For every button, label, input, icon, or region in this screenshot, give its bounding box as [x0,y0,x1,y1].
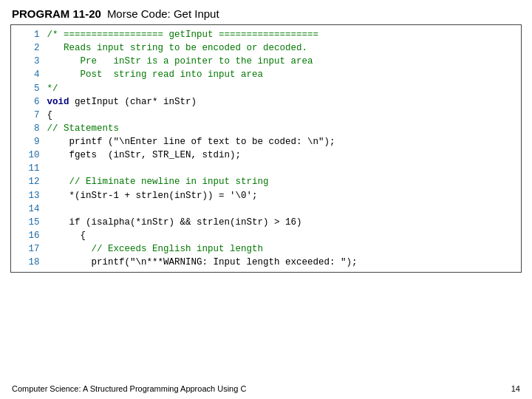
line-code: printf("\n***WARNING: Input length excee… [47,256,521,269]
table-row: 6void getInput (char* inStr) [11,95,521,109]
table-row: 11 [11,162,521,175]
line-code: Pre inStr is a pointer to the input area [47,55,521,68]
line-number: 15 [11,216,47,229]
line-number: 18 [11,256,47,269]
line-code: if (isalpha(*inStr) && strlen(inStr) > 1… [47,216,521,229]
line-number: 9 [11,135,47,149]
line-number: 1 [11,28,47,41]
table-row: 17 // Exceeds English input length [11,242,521,256]
line-code: // Eliminate newline in input string [47,175,521,188]
line-code: /* ================== getInput =========… [47,28,521,41]
table-row: 14 [11,202,521,216]
line-number: 6 [11,95,47,109]
code-table: 1/* ================== getInput ========… [11,28,521,269]
table-row: 4 Post string read into input area [11,68,521,81]
line-code: *(inStr-1 + strlen(inStr)) = '\0'; [47,189,521,202]
table-row: 9 printf ("\nEnter line of text to be co… [11,135,521,149]
line-code: printf ("\nEnter line of text to be code… [47,135,521,149]
footer-right: 14 [511,384,520,393]
table-row: 2 Reads input string to be encoded or de… [11,41,521,55]
table-row: 1/* ================== getInput ========… [11,28,521,41]
line-number: 2 [11,41,47,55]
table-row: 12 // Eliminate newline in input string [11,175,521,188]
line-number: 16 [11,229,47,242]
line-number: 12 [11,175,47,188]
line-number: 10 [11,149,47,162]
table-row: 10 fgets (inStr, STR_LEN, stdin); [11,149,521,162]
line-code: */ [47,82,521,95]
footer-left: Computer Science: A Structured Programmi… [12,384,246,393]
program-label: PROGRAM 11-20 [12,7,101,20]
line-code: Reads input string to be encoded or deco… [47,41,521,55]
line-number: 11 [11,162,47,175]
table-row: 13 *(inStr-1 + strlen(inStr)) = '\0'; [11,189,521,202]
program-title: Morse Code: Get Input [107,7,219,20]
line-code: Post string read into input area [47,68,521,81]
line-code: // Exceeds English input length [47,242,521,256]
table-row: 3 Pre inStr is a pointer to the input ar… [11,55,521,68]
code-block: 1/* ================== getInput ========… [10,24,522,273]
line-code: fgets (inStr, STR_LEN, stdin); [47,149,521,162]
table-row: 7{ [11,109,521,122]
line-code: // Statements [47,122,521,135]
table-row: 15 if (isalpha(*inStr) && strlen(inStr) … [11,216,521,229]
table-row: 5*/ [11,82,521,95]
line-number: 7 [11,109,47,122]
line-code: { [47,109,521,122]
page-footer: Computer Science: A Structured Programmi… [0,384,532,393]
line-code [47,162,521,175]
line-code [47,202,521,216]
line-number: 4 [11,68,47,81]
line-number: 3 [11,55,47,68]
line-number: 17 [11,242,47,256]
table-row: 8// Statements [11,122,521,135]
line-code: { [47,229,521,242]
line-number: 13 [11,189,47,202]
page-header: PROGRAM 11-20 Morse Code: Get Input [0,0,532,24]
line-number: 14 [11,202,47,216]
table-row: 18 printf("\n***WARNING: Input length ex… [11,256,521,269]
line-code: void getInput (char* inStr) [47,95,521,109]
table-row: 16 { [11,229,521,242]
line-number: 5 [11,82,47,95]
line-number: 8 [11,122,47,135]
